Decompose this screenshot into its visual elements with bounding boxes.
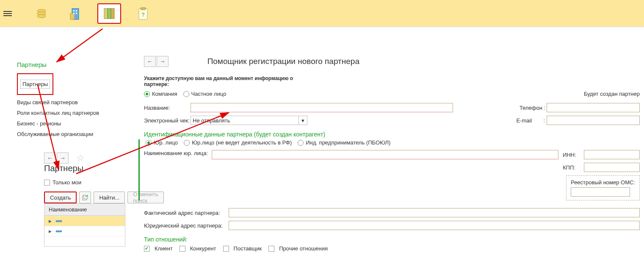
checkbox-icon xyxy=(144,246,150,252)
content-area: Партнеры Партнеры Виды связей партнеров … xyxy=(0,27,644,256)
fact-address-label: Фактический адрес партнера: xyxy=(144,210,224,216)
dropdown-caret-icon: ▾ xyxy=(299,116,307,125)
fact-address-input[interactable] xyxy=(229,208,640,217)
radio-icon xyxy=(144,91,150,97)
toolbar-help-icon[interactable]: ? xyxy=(131,3,155,24)
svg-point-2 xyxy=(37,14,46,18)
inn-label: ИНН: xyxy=(563,152,580,158)
form-hint: Укажите доступную вам на данный момент и… xyxy=(144,75,305,87)
nav-item-link-types[interactable]: Виды связей партнеров xyxy=(17,99,125,106)
create-copy-button[interactable]: + xyxy=(79,192,91,203)
grid-row[interactable]: ▶ xyxy=(44,226,125,236)
svg-rect-10 xyxy=(108,8,111,19)
kpp-input[interactable] xyxy=(584,163,640,172)
echeck-select[interactable]: Не отправлять ▾ xyxy=(191,116,307,125)
cb-client[interactable]: Клиент xyxy=(144,245,173,252)
radio-legal[interactable]: Юр. лицо xyxy=(146,139,178,146)
nav-item-served-orgs[interactable]: Обслуживаемые организации xyxy=(17,131,125,137)
email-input[interactable] xyxy=(547,116,640,125)
find-button[interactable]: Найти... xyxy=(94,192,125,203)
nav-item-partners[interactable]: Партнеры xyxy=(20,80,50,89)
toolbar-building-icon[interactable] xyxy=(64,3,87,24)
create-button[interactable]: Создать xyxy=(44,192,77,203)
legal-type-radio-group: Юр. лицо Юр.лицо (не ведет деятельность … xyxy=(146,139,640,146)
svg-rect-9 xyxy=(104,8,108,19)
cb-other[interactable]: Прочие отношения xyxy=(268,245,328,252)
radio-icon xyxy=(298,140,304,146)
radio-ip[interactable]: Инд. предприниматель (ПБОЮЛ) xyxy=(298,139,390,146)
svg-text:?: ? xyxy=(141,11,145,18)
checkbox-icon xyxy=(223,246,229,252)
radio-icon xyxy=(183,91,189,97)
svg-rect-11 xyxy=(111,8,114,19)
wizard-form: ← → Помощник регистрации нового партнера… xyxy=(135,27,644,256)
expand-icon[interactable]: ▶ xyxy=(49,229,52,233)
cb-competitor[interactable]: Конкурент xyxy=(180,245,216,252)
top-toolbar: ? xyxy=(0,0,644,27)
folder-icon xyxy=(56,230,62,232)
left-navigation: Партнеры Партнеры Виды связей партнеров … xyxy=(0,27,135,256)
grid-row[interactable]: ▶ xyxy=(44,216,125,226)
radio-icon xyxy=(146,140,152,146)
checkbox-icon xyxy=(268,246,274,252)
status-text: Будет создан партнер xyxy=(584,91,640,97)
phone-input[interactable] xyxy=(547,103,640,112)
ident-section-title: Идентификационные данные партнера (будет… xyxy=(144,131,640,138)
legal-address-input[interactable] xyxy=(229,221,640,230)
form-nav-forward-icon[interactable]: → xyxy=(157,56,169,67)
grid-row[interactable] xyxy=(44,236,125,246)
name-label: Название: xyxy=(144,105,191,111)
legal-name-input[interactable] xyxy=(212,150,558,159)
hamburger-icon[interactable] xyxy=(3,10,12,17)
nav-item-biz-regions[interactable]: Бизнес - регионы xyxy=(17,120,125,127)
only-mine-checkbox[interactable] xyxy=(44,180,50,186)
radio-private-person[interactable]: Частное лицо xyxy=(183,91,227,97)
toolbar-finance-icon[interactable] xyxy=(30,3,53,24)
relations-checkbox-group: Клиент Конкурент Поставщик Прочие отноше… xyxy=(144,245,640,252)
form-nav-back-icon[interactable]: ← xyxy=(144,56,156,67)
sublist-title: Партнеры xyxy=(44,164,83,173)
form-title: Помощник регистрации нового партнера xyxy=(207,57,359,66)
sublist-nav-back-icon[interactable]: ← xyxy=(44,153,56,164)
svg-rect-4 xyxy=(70,14,75,19)
oms-label: Реестровый номер ОМС: xyxy=(571,179,635,186)
legal-address-label: Юридический адрес партнера: xyxy=(144,222,224,229)
ident-section: Юр. лицо Юр.лицо (не ведет деятельность … xyxy=(138,139,640,200)
favorite-star-icon[interactable]: ☆ xyxy=(76,153,85,163)
oms-input[interactable] xyxy=(571,187,630,197)
sub-list-panel: ← → ☆ Партнеры Только мои Создать + Найт… xyxy=(17,153,125,247)
email-label: E-mail xyxy=(516,117,543,124)
partner-type-radio-group: Компания Частное лицо Будет создан партн… xyxy=(144,91,640,97)
partner-grid: ▶ ▶ xyxy=(44,216,125,247)
name-input[interactable] xyxy=(191,103,453,112)
sublist-nav-forward-icon[interactable]: → xyxy=(57,153,69,164)
echeck-label: Электронный чек: xyxy=(144,117,191,124)
nav-item-contact-roles[interactable]: Роли контактных лиц партнеров xyxy=(17,110,125,116)
toolbar-books-icon[interactable] xyxy=(97,3,121,24)
svg-rect-8 xyxy=(76,13,77,14)
svg-rect-13 xyxy=(141,8,146,10)
checkbox-icon xyxy=(180,246,185,252)
svg-text:+: + xyxy=(85,194,88,198)
legal-name-label: Наименование юр. лица: xyxy=(144,150,212,156)
nav-section-title: Партнеры xyxy=(17,61,125,68)
only-mine-label: Только мои xyxy=(53,179,81,186)
svg-rect-5 xyxy=(73,10,75,11)
radio-company[interactable]: Компания xyxy=(144,91,177,97)
expand-icon[interactable]: ▶ xyxy=(49,219,52,223)
inn-input[interactable] xyxy=(584,150,640,159)
echeck-value: Не отправлять xyxy=(193,117,230,124)
relations-section-title: Тип отношений: xyxy=(144,236,640,243)
oms-section: Реестровый номер ОМС: xyxy=(566,175,640,200)
svg-rect-7 xyxy=(73,13,75,14)
svg-rect-6 xyxy=(76,10,77,11)
nav-item-partners-highlight: Партнеры xyxy=(17,73,53,95)
kpp-label: КПП: xyxy=(563,164,580,171)
radio-legal-norf[interactable]: Юр.лицо (не ведет деятельность в РФ) xyxy=(184,139,292,146)
phone-label: Телефон : xyxy=(520,105,547,111)
cb-supplier[interactable]: Поставщик xyxy=(223,245,262,252)
folder-icon xyxy=(56,220,62,222)
radio-icon xyxy=(184,140,190,146)
grid-column-header[interactable]: Наименование xyxy=(44,203,125,216)
